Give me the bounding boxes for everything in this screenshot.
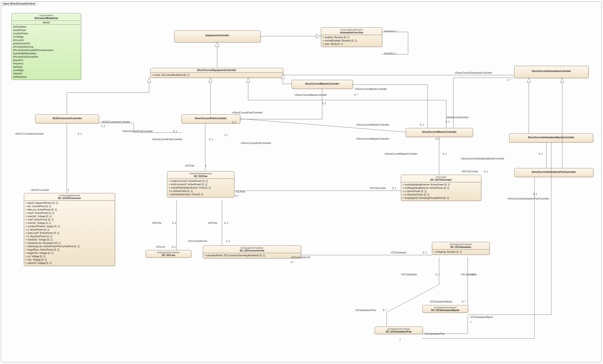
role-label: +HasPart 0..*	[384, 30, 398, 33]
class-attr: + minUdc: Voltage [0..1]	[25, 221, 113, 225]
class-dc-substationpole: DCEquipmentContainer DC::DCSubstationPol…	[375, 327, 423, 334]
role-label: +DirectCurrentMasterController	[356, 138, 389, 140]
class-attr: + maxUdc: Voltage [0..1]	[25, 215, 113, 218]
class-attr: + targetUdc: Voltage [0..1]	[25, 252, 113, 255]
role-label: 1	[470, 321, 472, 323]
role-label: 0..1	[322, 102, 326, 105]
role-label: +DirectCurrentPoleController	[152, 138, 183, 141]
role-label: 0..1	[436, 273, 440, 276]
enum-literal: phasePcc	[13, 59, 80, 62]
role-label: +DirectCurrentPoleController	[241, 142, 271, 144]
class-dc-line: DCEquipmentContainer DC::DCLine	[146, 250, 191, 258]
class-attr: + participationFactor: Float [0..1]	[169, 193, 233, 196]
enum-literal: reactivePower	[13, 32, 80, 35]
class-name: DirectCurrentPoleController	[183, 117, 239, 120]
class-name: DirectCurrentSubstationBipoleController	[510, 136, 592, 139]
class-name: DC::DCConverterUnit	[204, 249, 300, 252]
class-acdc-converter-controller: ACDCConverterController	[35, 114, 99, 123]
role-label: 2..2	[232, 121, 236, 124]
enum-stereotype: «enumeration»	[13, 14, 80, 17]
enum-literal: dcCurrent	[13, 39, 80, 42]
role-label: 1	[68, 189, 69, 191]
class-attr: + q: ReactivePower [0..1]	[403, 193, 480, 196]
role-label: 0..1	[392, 187, 396, 189]
role-label: 0..1	[436, 138, 440, 140]
role-label: +DCSubstation	[401, 273, 417, 276]
class-stereotype: DCEquipmentContainer	[433, 243, 488, 246]
role-label: +DCLine	[156, 245, 165, 248]
class-attr: + resistiveLoss: Resistance [0..1]	[25, 242, 113, 245]
role-label: +DCTieCorridor	[369, 187, 386, 189]
class-attr: + p: ActivePower [0..1]	[169, 189, 233, 193]
role-label: 0..1	[443, 153, 447, 155]
class-acdc-converter: ConductingEquipment DC::ACDCConverter + …	[24, 193, 115, 266]
class-attr: + maxRegulatingReserve: ActivePower [0..…	[403, 183, 480, 187]
enum-literal: powerFactorPcc	[13, 42, 80, 45]
enum-dccontrolmodekind: «enumeration» DCControlModeKind literals…	[12, 13, 81, 80]
role-label: +DirectCurrentSubstationController	[455, 72, 492, 74]
enum-literal: frequency	[13, 62, 80, 65]
role-label: 0..1	[172, 245, 176, 248]
class-attr: + operationMode: DCConverterOperatingMod…	[205, 254, 300, 257]
enum-literal: pPccAndUdcDroopPilot	[13, 55, 80, 59]
role-label: 0..1	[539, 153, 543, 155]
role-label: +DCPole	[152, 222, 161, 224]
role-label: +DCPole	[185, 165, 194, 167]
role-label: 0..1	[484, 170, 488, 173]
frame-title: DirectCurentControl	[10, 2, 35, 5]
class-dc-subbipole-controller: DirectCurrentSubstationBipoleController	[509, 133, 593, 143]
role-label: 0..1	[173, 130, 177, 132]
role-label: +DCSubstation	[390, 251, 407, 254]
role-label: 0..*	[225, 134, 228, 137]
class-attr: + idc: CurrentFlow [0..1]	[25, 205, 113, 208]
role-label: +DCPole	[208, 222, 217, 224]
class-name: DC::DCTieCorridor	[402, 178, 480, 181]
class-attr: + poleLossP: ActivePower [0..1]	[25, 232, 113, 235]
class-dc-converterunit: DCEquipmentContainer DC::DCConverterUnit…	[203, 245, 301, 258]
enum-literal: sstiDamping	[13, 75, 80, 79]
class-name: DirectCurrentEquipmentController	[151, 69, 282, 72]
class-attr: + mode: DCControlModeKind [0..1]	[152, 73, 282, 77]
frame-keyword: class	[3, 2, 9, 5]
class-dc-master-controller: DirectCurrentMasterController	[406, 128, 473, 137]
class-stereotype: DCEquipmentContainer	[147, 251, 190, 254]
role-label: +DirectCurrentPoleController	[122, 130, 153, 132]
class-dc-substation: DCEquipmentContainer DC::DCSubstation + …	[432, 242, 490, 255]
role-label: +DirectCurrentSubstationBipoleController	[461, 157, 504, 160]
role-label: 2..*	[507, 79, 511, 81]
class-attr: + ratedUdc: Voltage [0..1]	[25, 238, 113, 242]
frame-border	[1, 1, 602, 362]
role-label: 0..1	[224, 222, 228, 224]
class-name: DC::DCSubstation	[433, 246, 488, 249]
class-name: DC::ACDCConverter	[25, 197, 114, 200]
role-label: +DirectCurrentMasterController	[356, 123, 389, 126]
role-label: 1	[205, 165, 207, 167]
role-label: +DirectCurrentBipoleController	[354, 88, 387, 90]
role-label: 0..1	[446, 120, 450, 123]
enum-literal: damping	[13, 65, 80, 69]
class-stereotype: DCEquipmentContainer	[424, 306, 467, 309]
role-label: 0..*	[235, 195, 239, 197]
class-attr: + minP: ActivePower [0..1]	[25, 218, 113, 221]
role-label: 0..1	[209, 138, 213, 141]
role-label: +MultiterminalControl	[446, 116, 468, 119]
class-name: DirectCurrentBipoleController	[293, 82, 352, 85]
class-attr: + uc: Voltage [0..1]	[25, 255, 113, 258]
enum-literal: acEmulation	[13, 25, 80, 29]
class-dc-bipole-controller: DirectCurrentBipoleController	[292, 80, 353, 89]
role-label: +DirectCurrentPoleController	[232, 111, 263, 114]
class-dc-pole-controller: DirectCurrentPoleController	[181, 114, 240, 123]
role-label: +DCConverterUnit	[187, 240, 207, 243]
role-label: +DCSubstationBipole	[470, 316, 493, 319]
enum-literal: pPccAndUdcDroopWithCompensation	[13, 49, 80, 52]
role-label: +DCTieCorridor	[462, 170, 478, 173]
enum-name: DCControlModeKind	[13, 17, 80, 20]
class-stereotype: PowerSystemResource	[322, 28, 381, 31]
class-name: DirectCurrentSubstationPoleController	[515, 171, 592, 174]
role-label: +DirectCurrentMasterController	[384, 153, 417, 155]
role-label: 0..1	[172, 222, 176, 224]
class-name: DC::DCLine	[147, 254, 190, 257]
enum-literal: acVoltage	[13, 69, 80, 72]
class-attr: + minRegulatingReserve: ActivePower [0..…	[403, 187, 480, 190]
role-label: +DCSubstationBipole	[429, 300, 452, 303]
